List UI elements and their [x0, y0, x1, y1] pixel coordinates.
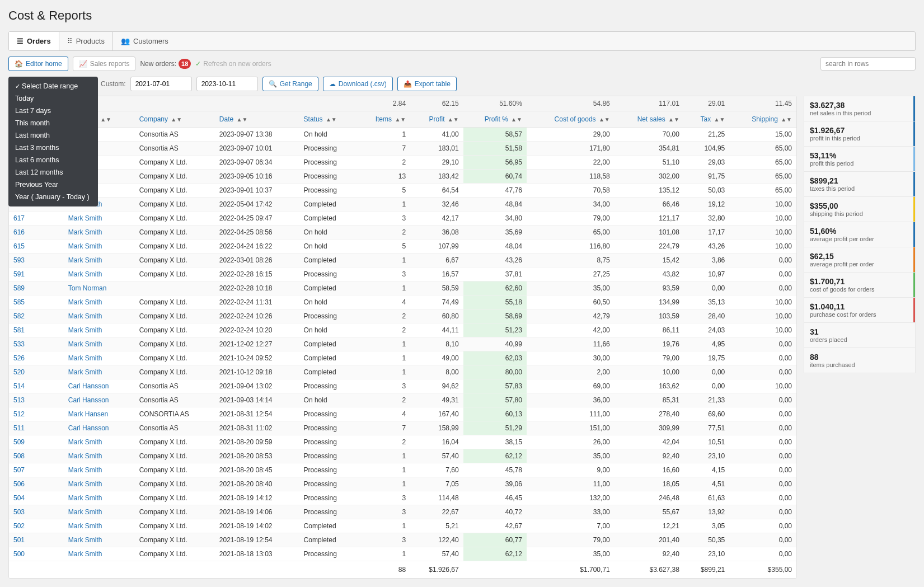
date-range-option[interactable]: Today — [8, 92, 98, 105]
download-csv-button[interactable]: ☁Download (.csv) — [323, 77, 393, 91]
date-range-dropdown[interactable]: Select Date rangeTodayLast 7 daysThis mo… — [8, 77, 98, 206]
customer-link[interactable]: Tom Norman — [64, 281, 135, 295]
customer-link[interactable]: Mark Smith — [64, 505, 135, 519]
customer-link[interactable]: Mark Smith — [64, 519, 135, 533]
customer-link[interactable]: Mark Smith — [64, 212, 135, 226]
order-link[interactable]: 520 — [9, 365, 64, 379]
date-from-input[interactable] — [130, 77, 192, 91]
order-link[interactable]: 508 — [9, 449, 64, 463]
order-link[interactable]: 591 — [9, 267, 64, 281]
col-header[interactable]: Company ▲▼ — [135, 111, 215, 128]
customer-link[interactable]: Mark Hansen — [64, 407, 135, 421]
order-link[interactable]: 582 — [9, 309, 64, 323]
order-link[interactable]: 533 — [9, 337, 64, 351]
date-range-option[interactable]: Last 7 days — [8, 105, 98, 117]
date-range-option[interactable]: Year ( January - Today ) — [8, 191, 98, 203]
export-table-button[interactable]: 📤Export table — [397, 77, 457, 91]
customer-link[interactable]: Mark Smith — [64, 309, 135, 323]
tab-customers[interactable]: 👥Customers — [113, 32, 176, 50]
col-header[interactable]: Net sales ▲▼ — [615, 111, 684, 128]
order-link[interactable]: 589 — [9, 281, 64, 295]
stat-card[interactable]: 31orders placed — [804, 322, 916, 347]
customer-link[interactable]: Mark Smith — [64, 240, 135, 253]
cog-cell: 79,00 — [527, 533, 615, 547]
customer-link[interactable]: Mark Smith — [64, 533, 135, 547]
order-link[interactable]: 616 — [9, 226, 64, 240]
order-link[interactable]: 507 — [9, 463, 64, 477]
order-link[interactable]: 514 — [9, 379, 64, 393]
order-link[interactable]: 526 — [9, 351, 64, 365]
items-cell: 2 — [357, 226, 410, 240]
date-range-option[interactable]: Last 12 months — [8, 166, 98, 179]
stat-card[interactable]: $899,21taxes this period — [804, 171, 916, 196]
date-range-option[interactable]: Select Date range — [8, 80, 98, 92]
stat-card[interactable]: 51,60%average profit per order — [804, 222, 916, 247]
customer-link[interactable]: Mark Smith — [64, 351, 135, 365]
stat-card[interactable]: $1.040,11purchase cost for orders — [804, 297, 916, 322]
table-row: 591Mark SmithCompany X Ltd.2022-02-28 16… — [9, 267, 796, 281]
get-range-button[interactable]: 🔍Get Range — [262, 77, 318, 91]
order-link[interactable]: 512 — [9, 407, 64, 421]
stat-label: items purchased — [810, 361, 909, 368]
order-link[interactable]: 501 — [9, 533, 64, 547]
customer-link[interactable]: Mark Smith — [64, 435, 135, 449]
customer-link[interactable]: Mark Smith — [64, 547, 135, 561]
customer-link[interactable]: Mark Smith — [64, 295, 135, 309]
order-link[interactable]: 502 — [9, 519, 64, 533]
stat-card[interactable]: $1.926,67profit in this period — [804, 121, 916, 146]
customer-link[interactable]: Carl Hansson — [64, 421, 135, 435]
customer-link[interactable]: Mark Smith — [64, 477, 135, 491]
refresh-toggle[interactable]: ✓Refresh on new orders — [195, 60, 271, 68]
stat-card[interactable]: $3.627,38net sales in this period — [804, 96, 916, 121]
col-header[interactable]: Date ▲▼ — [215, 111, 299, 128]
customer-link[interactable]: Mark Smith — [64, 491, 135, 505]
date-range-option[interactable]: Last 3 months — [8, 142, 98, 154]
customer-link[interactable]: Mark Smith — [64, 337, 135, 351]
date-to-input[interactable] — [196, 77, 258, 91]
col-header[interactable]: Cost of goods ▲▼ — [527, 111, 615, 128]
stat-card[interactable]: 53,11%profit this period — [804, 146, 916, 171]
col-header[interactable]: Profit % ▲▼ — [463, 111, 527, 128]
stat-card[interactable]: 88items purchased — [804, 347, 916, 373]
order-link[interactable]: 511 — [9, 421, 64, 435]
col-header[interactable]: Status ▲▼ — [299, 111, 357, 128]
tab-orders[interactable]: ☰Orders — [9, 32, 59, 50]
order-link[interactable]: 500 — [9, 547, 64, 561]
customer-link[interactable]: Mark Smith — [64, 267, 135, 281]
date-range-option[interactable]: Previous Year — [8, 179, 98, 191]
order-link[interactable]: 593 — [9, 253, 64, 267]
customer-link[interactable]: Mark Smith — [64, 253, 135, 267]
order-link[interactable]: 581 — [9, 323, 64, 337]
customer-link[interactable]: Mark Smith — [64, 449, 135, 463]
col-header[interactable]: Tax ▲▼ — [684, 111, 729, 128]
col-header[interactable]: Items ▲▼ — [357, 111, 410, 128]
search-input[interactable] — [820, 57, 916, 71]
col-header[interactable]: Profit ▲▼ — [410, 111, 463, 128]
order-link[interactable]: 585 — [9, 295, 64, 309]
date-range-option[interactable]: This month — [8, 117, 98, 129]
tab-products[interactable]: ⠿Products — [59, 32, 113, 50]
stat-card[interactable]: $62,15average profit per order — [804, 247, 916, 272]
date-range-option[interactable]: Last month — [8, 129, 98, 142]
order-link[interactable]: 615 — [9, 240, 64, 253]
stat-card[interactable]: $1.700,71cost of goods for orders — [804, 272, 916, 297]
stat-card[interactable]: $355,00shipping this period — [804, 196, 916, 222]
date-range-option[interactable]: Last 6 months — [8, 154, 98, 166]
col-header[interactable]: Shipping ▲▼ — [729, 111, 796, 128]
editor-home-button[interactable]: 🏠Editor home — [8, 57, 68, 71]
date-cell: 2022-04-24 16:22 — [215, 240, 299, 253]
customer-link[interactable]: Mark Smith — [64, 323, 135, 337]
customer-link[interactable]: Carl Hansson — [64, 393, 135, 407]
order-link[interactable]: 506 — [9, 477, 64, 491]
items-cell: 3 — [357, 491, 410, 505]
order-link[interactable]: 504 — [9, 491, 64, 505]
sales-reports-button[interactable]: 📈Sales reports — [73, 57, 136, 71]
order-link[interactable]: 617 — [9, 212, 64, 226]
customer-link[interactable]: Mark Smith — [64, 365, 135, 379]
order-link[interactable]: 503 — [9, 505, 64, 519]
order-link[interactable]: 513 — [9, 393, 64, 407]
customer-link[interactable]: Mark Smith — [64, 226, 135, 240]
customer-link[interactable]: Mark Smith — [64, 463, 135, 477]
order-link[interactable]: 509 — [9, 435, 64, 449]
customer-link[interactable]: Carl Hansson — [64, 379, 135, 393]
